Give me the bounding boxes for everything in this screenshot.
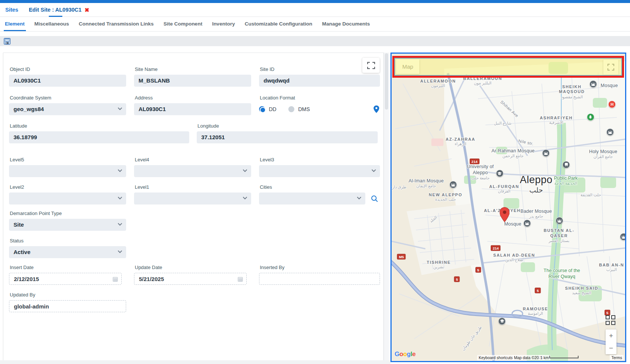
radio-dd-label: DD [269,106,276,112]
level4-select[interactable] [134,165,251,177]
site-id-input[interactable]: dwqdwqd [259,75,380,87]
vertical-scrollbar[interactable] [384,53,389,361]
selected-value: Site [14,221,24,228]
longitude-input[interactable]: 37.12051 [197,131,378,143]
latitude-input[interactable]: 36.18799 [9,131,189,143]
field-label: Level3 [260,157,380,162]
chevron-down-icon [118,223,122,226]
section-tabs: ElementMiscellaneousConnected Transmissi… [0,17,630,32]
field-coordinate-system: Coordinate System geo_wgs84 [9,95,126,115]
field-level1: Level1 [134,184,251,205]
zoom-in-button[interactable]: + [606,329,616,342]
field-status: Status Active [9,238,126,258]
document-tabs: Sites Edit Site : AL0930C1 ✖ [0,3,630,17]
field-level3: Level3 [259,157,380,177]
horizontal-scrollbar[interactable] [0,360,390,364]
form-fullscreen-button[interactable] [362,58,380,73]
chevron-down-icon [118,107,122,110]
field-label: Update Date [135,265,251,270]
location-pin-icon[interactable] [374,105,379,113]
map-fullscreen-button[interactable] [603,60,618,75]
field-cities: Cities [259,184,380,205]
selected-value: Active [14,249,30,255]
field-location-format: Location Format DD DMS [259,95,380,115]
level2-select[interactable] [9,193,126,205]
field-level4: Level4 [134,157,251,177]
field-insert-date: Insert Date 2/12/2015 [9,265,126,285]
field-label: Cities [260,184,380,190]
fullscreen-icon [607,64,614,71]
chevron-down-icon [357,196,362,200]
map-type-control[interactable]: Map [396,59,419,74]
field-site-id: Site ID dwqdwqd [259,66,380,87]
chevron-down-icon [243,169,247,172]
tab-customizable-configuration[interactable]: Customizable Configuration [240,17,317,31]
address-input[interactable]: AL0930C1 [134,103,251,115]
fullscreen-icon [367,62,375,69]
close-tab-icon[interactable]: ✖ [84,7,89,13]
tab-element[interactable]: Element [0,17,30,31]
coordinate-system-select[interactable]: geo_wgs84 [9,103,126,115]
inserted-by-input[interactable] [259,273,380,285]
save-icon[interactable] [4,38,11,45]
search-icon[interactable] [371,195,378,202]
calendar-icon [238,277,243,282]
field-label: Level5 [10,157,126,162]
field-longitude: Longitude 37.12051 [197,123,378,143]
zoom-out-button[interactable]: − [606,342,616,354]
field-demarcation-point-type: Demarcation Point Type Site [9,211,126,231]
field-label: Insert Date [10,265,126,270]
level3-select[interactable] [259,165,380,177]
insert-date-input[interactable]: 2/12/2015 [9,273,122,285]
field-inserted-by: Inserted By [259,265,380,285]
field-label: Demarcation Point Type [10,211,126,216]
object-id-input[interactable]: AL0930C1 [9,75,126,87]
field-level5: Level5 [9,157,126,177]
radio-dms[interactable] [288,106,294,112]
status-select[interactable]: Active [9,246,126,258]
level1-select[interactable] [134,193,251,205]
update-date-input[interactable]: 5/21/2025 [134,273,247,285]
field-label: Level1 [135,184,251,190]
radio-dd[interactable] [259,106,265,112]
chevron-down-icon [118,169,122,172]
field-label: Location Format [260,95,380,101]
site-name-input[interactable]: M_BSLANB [134,75,251,87]
tab-manage-documents[interactable]: Manage Documents [317,17,375,31]
level5-select[interactable] [9,165,126,177]
updated-by-input[interactable]: global-admin [9,300,126,312]
tab-connected-transmission-links[interactable]: Connected Transmission Links [74,17,159,31]
tile-layers-control[interactable] [606,315,615,325]
cities-select[interactable] [259,193,365,205]
chevron-down-icon [118,196,122,200]
zoom-control: + − [606,329,616,354]
field-label: Level4 [135,157,251,162]
tab-inventory[interactable]: Inventory [207,17,240,31]
field-level2: Level2 [9,184,126,205]
field-label: Level2 [10,184,126,190]
scale-bar [549,356,579,358]
field-label: Object ID [10,66,126,72]
field-label: Address [135,95,251,101]
app-top-accent-bar [0,0,630,3]
tab-miscellaneous[interactable]: Miscellaneous [30,17,74,31]
field-update-date: Update Date 5/21/2025 [134,265,251,285]
chevron-down-icon [118,250,122,253]
site-edit-form-panel: Object ID AL0930C1 Site Name M_BSLANB Si… [3,53,384,361]
field-object-id: Object ID AL0930C1 [9,66,126,87]
radio-dms-label: DMS [298,106,310,112]
tab-site-component[interactable]: Site Component [158,17,207,31]
demarcation-point-type-select[interactable]: Site [9,219,126,231]
tab-edit-site[interactable]: Edit Site : AL0930C1 ✖ [24,7,95,13]
form-toolbar [0,36,630,46]
field-label: Latitude [10,123,189,129]
terms-link[interactable]: Terms [610,355,624,360]
map-panel[interactable]: ALLERAMOONالليرمونBALLERAMOUNالبللير مون… [390,53,626,362]
tab-sites[interactable]: Sites [0,7,24,13]
field-label: Longitude [197,123,378,129]
site-location-marker[interactable] [500,207,509,222]
field-label: Updated By [10,292,126,298]
tab-edit-site-label: Edit Site : AL0930C1 [29,7,81,13]
date-value: 5/21/2025 [139,276,164,282]
google-logo: Google [395,350,416,358]
